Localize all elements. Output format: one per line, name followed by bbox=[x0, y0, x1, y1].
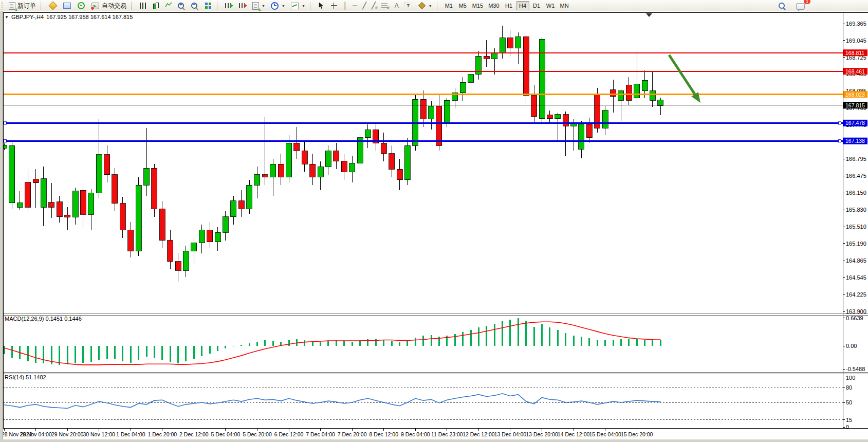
search-icon bbox=[779, 3, 785, 9]
toolbar-grip[interactable] bbox=[2, 2, 5, 10]
arrows-icon bbox=[418, 2, 426, 9]
timeframe-button-m15[interactable]: M15 bbox=[470, 1, 485, 10]
symbol-dropdown-icon[interactable]: ▼ bbox=[5, 15, 9, 20]
separator bbox=[437, 2, 440, 10]
timeframe-button-m1[interactable]: M1 bbox=[442, 1, 455, 10]
chart-shift-button[interactable] bbox=[236, 1, 250, 11]
line-chart-button[interactable] bbox=[162, 1, 175, 11]
separator bbox=[41, 2, 44, 10]
timeframe-button-m5[interactable]: M5 bbox=[456, 1, 469, 10]
timeframe-bar: M1M5M15M30H1H4D1W1MN bbox=[442, 1, 571, 10]
time-tick-label: 6 Dec 12:00 bbox=[274, 431, 304, 437]
crosshair-tool-button[interactable] bbox=[327, 1, 341, 11]
tile-windows-button[interactable] bbox=[201, 1, 215, 11]
time-tick-label: 12 Dec 12:00 bbox=[463, 431, 495, 437]
time-tick-label: 14 Dec 12:00 bbox=[558, 431, 590, 437]
price-tick-label: 165.190 bbox=[846, 241, 866, 247]
line-handle[interactable] bbox=[4, 122, 7, 124]
line-handle[interactable] bbox=[839, 122, 841, 124]
timeframe-button-mn[interactable]: MN bbox=[558, 1, 571, 10]
trendline-icon: ╱ bbox=[362, 2, 366, 9]
terminal-button[interactable] bbox=[60, 1, 74, 11]
new-order-button[interactable]: 新订单 bbox=[6, 1, 39, 11]
vertical-line-tool[interactable]: │ bbox=[341, 1, 350, 11]
auto-scroll-icon bbox=[225, 3, 231, 8]
rsi-indicator-label: RSI(14) 51.1482 bbox=[5, 374, 46, 380]
timeframe-button-h4[interactable]: H4 bbox=[516, 1, 529, 10]
separator bbox=[131, 2, 135, 10]
candlestick-chart-button[interactable] bbox=[150, 1, 162, 11]
notification-badge: 1 bbox=[804, 0, 810, 4]
price-badge-label: 168.461 bbox=[845, 68, 865, 75]
time-tick-label: 7 Dec 20:00 bbox=[338, 431, 367, 437]
time-tick-label: 9 Dec 04:00 bbox=[401, 431, 430, 437]
rsi-tick-label: 50 bbox=[846, 399, 852, 406]
timeframe-button-m30[interactable]: M30 bbox=[486, 1, 501, 10]
mt4-window: 新订单 自动交易 + − ▼ ▼ ▼ │ ─ ╱ ╱ A T ▼ bbox=[0, 0, 868, 442]
trendline-tool[interactable]: ╱ bbox=[360, 1, 369, 11]
time-tick-label: 30 Nov 12:00 bbox=[83, 431, 115, 437]
price-tick-label: 165.830 bbox=[846, 207, 866, 213]
cursor-tool-button[interactable] bbox=[315, 1, 327, 11]
chart-shift-icon bbox=[239, 3, 245, 8]
tile-windows-icon bbox=[205, 3, 211, 9]
text-icon: A bbox=[395, 2, 399, 9]
text-tool[interactable]: A bbox=[392, 1, 401, 11]
indicators-dropdown[interactable]: ▼ bbox=[288, 1, 308, 11]
zoom-out-icon: − bbox=[191, 3, 197, 9]
line-handle[interactable] bbox=[839, 140, 841, 142]
bar-chart-button[interactable] bbox=[136, 1, 150, 11]
periods-dropdown[interactable]: ▼ bbox=[268, 1, 288, 11]
chevron-down-icon: ▼ bbox=[429, 4, 432, 8]
price-tick-label: 169.365 bbox=[846, 21, 866, 27]
timeframe-button-d1[interactable]: D1 bbox=[530, 1, 543, 10]
ohlc-values-label: 167.925 167.958 167.614 167.815 bbox=[46, 14, 133, 20]
signals-button[interactable] bbox=[74, 1, 88, 11]
arrows-dropdown[interactable]: ▼ bbox=[415, 1, 435, 11]
new-chart-icon bbox=[252, 2, 259, 10]
price-tick-label: 165.510 bbox=[846, 224, 866, 230]
candlestick-icon bbox=[153, 3, 159, 9]
time-tick-label: 29 Nov 20:00 bbox=[51, 431, 84, 437]
rsi-tick-label: 100 bbox=[846, 375, 855, 381]
zoom-out-button[interactable]: − bbox=[188, 1, 201, 11]
chart-canvas[interactable]: 169.365169.045168.725168.405168.085167.7… bbox=[0, 11, 868, 442]
chat-bubble-icon bbox=[796, 3, 805, 10]
channel-tool[interactable]: ╱ bbox=[369, 1, 378, 11]
price-tick-label: 164.225 bbox=[846, 291, 866, 298]
macd-tick-label: 0.6639 bbox=[846, 315, 863, 321]
toolbar: 新订单 自动交易 + − ▼ ▼ ▼ │ ─ ╱ ╱ A T ▼ bbox=[0, 0, 868, 12]
chart-window: 169.365169.045168.725168.405168.085167.7… bbox=[0, 11, 868, 442]
chevron-down-icon: ▼ bbox=[282, 4, 285, 8]
zoom-in-icon: + bbox=[178, 3, 184, 9]
horizontal-line-tool[interactable]: ─ bbox=[350, 1, 360, 11]
market-watch-button[interactable] bbox=[46, 1, 60, 11]
time-tick-label: 5 Dec 04:00 bbox=[211, 431, 241, 437]
auto-scroll-button[interactable] bbox=[222, 1, 236, 11]
monitor-icon bbox=[63, 3, 71, 9]
fibonacci-icon bbox=[381, 3, 387, 8]
time-tick-label: 7 Dec 04:00 bbox=[306, 431, 335, 437]
timeframe-button-h1[interactable]: H1 bbox=[503, 1, 515, 10]
clock-icon bbox=[271, 2, 279, 10]
line-handle[interactable] bbox=[4, 140, 7, 142]
price-badge-label: 167.138 bbox=[845, 138, 865, 144]
fibonacci-tool[interactable] bbox=[378, 1, 392, 11]
search-button[interactable] bbox=[776, 1, 787, 11]
new-chart-dropdown[interactable]: ▼ bbox=[250, 1, 268, 11]
horizontal-line-icon: ─ bbox=[353, 2, 357, 9]
notifications-button[interactable]: 1 bbox=[793, 1, 807, 11]
rsi-tick-label: 0 bbox=[846, 424, 849, 430]
auto-trading-button[interactable]: 自动交易 bbox=[88, 1, 129, 11]
time-tick-label: 1 Dec 04:00 bbox=[116, 431, 145, 437]
price-tick-label: 166.150 bbox=[846, 190, 866, 196]
gold-gem-icon bbox=[49, 2, 58, 10]
zoom-in-button[interactable]: + bbox=[175, 1, 188, 11]
bar-chart-icon bbox=[140, 3, 146, 9]
price-tick-label: 164.865 bbox=[846, 257, 866, 264]
vertical-line-icon: │ bbox=[343, 2, 347, 9]
symbol-period-label: GBPJPY-,H4 bbox=[11, 14, 44, 20]
text-label-tool[interactable]: T bbox=[401, 1, 415, 11]
timeframe-button-w1[interactable]: W1 bbox=[544, 1, 557, 10]
signal-icon bbox=[78, 2, 85, 9]
